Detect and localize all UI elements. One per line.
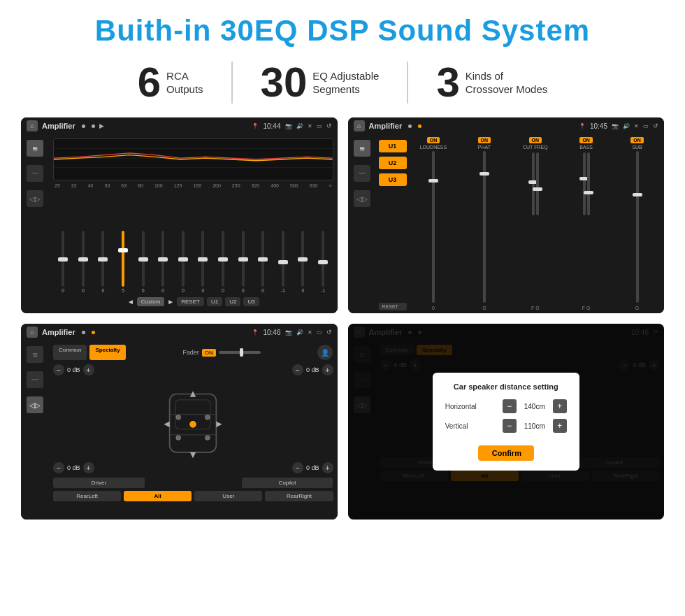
fader-h-track[interactable] <box>219 351 261 354</box>
eq-band-13[interactable]: 0 <box>296 231 309 293</box>
fader-bottom-buttons2: RearLeft All User RearRight <box>53 491 333 501</box>
fader-vol-plus-1[interactable]: + <box>83 364 94 375</box>
fader-vol-minus-2[interactable]: − <box>292 364 303 375</box>
fader-home-icon[interactable]: ⌂ <box>27 327 38 338</box>
fader-btn-driver[interactable]: Driver <box>53 478 145 488</box>
eq-band-1[interactable]: 0 <box>57 231 69 293</box>
eq-band-labels: 25 32 40 50 63 80 100 125 160 200 250 32… <box>53 183 333 188</box>
fader-sb-icon2[interactable]: 〰 <box>27 371 43 388</box>
fader-sb-icon1[interactable]: ≋ <box>27 346 43 363</box>
eq-u3-btn[interactable]: U3 <box>243 297 259 306</box>
vertical-plus-btn[interactable]: + <box>553 419 567 433</box>
cross-reset-btn[interactable]: RESET <box>379 303 407 310</box>
eq-band-2[interactable]: 0 <box>77 231 89 293</box>
eq-band-14[interactable]: -1 <box>317 231 329 293</box>
fader-tab-specialty[interactable]: Specialty <box>89 345 125 360</box>
eq-band-3[interactable]: 0 <box>96 231 109 293</box>
fader-person-icon[interactable]: 👤 <box>317 345 333 360</box>
fader-vol-plus-4[interactable]: + <box>322 462 333 473</box>
svg-point-7 <box>206 415 210 420</box>
cutfreq-slider-g[interactable] <box>536 152 539 215</box>
svg-marker-15 <box>164 422 170 427</box>
fader-sb-icon3[interactable]: ◁▷ <box>27 396 43 413</box>
fader-btn-rearright[interactable]: RearRight <box>265 491 333 501</box>
phat-slider[interactable] <box>483 151 486 303</box>
cross-left-panel: U1 U2 U3 RESET <box>379 137 407 310</box>
fader-bottom-buttons: Driver Copilot <box>53 478 333 488</box>
home-icon[interactable]: ⌂ <box>27 120 38 131</box>
fader-vol-icon <box>296 329 303 336</box>
eq-sidebar-icon1[interactable]: ≋ <box>27 140 43 157</box>
fader-vol-val-2: 0 dB <box>306 366 319 373</box>
back-icon[interactable] <box>326 122 332 129</box>
fader-on-badge[interactable]: ON <box>202 349 216 357</box>
bass-slider-f[interactable] <box>583 152 586 215</box>
horizontal-value: 140cm <box>521 403 549 410</box>
eq-band-8[interactable]: 0 <box>196 231 209 293</box>
fader-sidebar: ≋ 〰 ◁▷ <box>21 341 49 520</box>
eq-band-10[interactable]: 0 <box>237 231 250 293</box>
fader-vol-minus-4[interactable]: − <box>292 462 303 473</box>
phat-on[interactable]: ON <box>478 137 491 143</box>
volume-icon <box>296 122 303 129</box>
vertical-minus-btn[interactable]: − <box>503 419 517 433</box>
fader-status-bar: ⌂ Amplifier 10:46 <box>21 324 338 341</box>
fader-content: ≋ 〰 ◁▷ Common Specialty Fader ON <box>21 341 338 520</box>
eq-reset-btn[interactable]: RESET <box>177 297 204 306</box>
eq-band-4[interactable]: 5 <box>117 231 129 293</box>
cross-u3-btn[interactable]: U3 <box>379 173 407 186</box>
bass-slider-g[interactable] <box>587 152 590 215</box>
cutfreq-slider-f[interactable] <box>532 152 535 215</box>
fader-h-thumb[interactable] <box>240 348 243 357</box>
cross-home-icon[interactable]: ⌂ <box>354 120 365 131</box>
eq-next-btn[interactable]: ► <box>167 298 174 306</box>
confirm-button[interactable]: Confirm <box>478 445 534 461</box>
eq-band-9[interactable]: 0 <box>217 231 229 293</box>
eq-band-6[interactable]: 0 <box>157 231 169 293</box>
eq-prev-btn[interactable]: ◄ <box>127 298 134 306</box>
sub-on[interactable]: ON <box>630 137 644 143</box>
fader-vol-row: − 0 dB + − 0 dB + <box>53 364 333 375</box>
fader-vol-plus-2[interactable]: + <box>322 364 333 375</box>
bass-on[interactable]: ON <box>579 137 593 143</box>
cross-sidebar-icon1[interactable]: ≋ <box>354 140 370 157</box>
fader-car-diagram <box>53 378 333 462</box>
fader-btn-rearleft[interactable]: RearLeft <box>53 491 121 501</box>
eq-band-12[interactable]: -1 <box>277 231 289 293</box>
fader-vol-plus-3[interactable]: + <box>83 462 94 473</box>
cross-sidebar-icon3[interactable]: ◁▷ <box>354 190 370 207</box>
horizontal-label: Horizontal <box>445 403 487 410</box>
cutfreq-on[interactable]: ON <box>529 137 542 143</box>
fader-vol-minus-3[interactable]: − <box>53 462 64 473</box>
eq-sidebar-icon3[interactable]: ◁▷ <box>27 190 43 207</box>
close-icon <box>308 122 312 129</box>
eq-band-7[interactable]: 0 <box>177 231 189 293</box>
eq-band-11[interactable]: 0 <box>257 231 269 293</box>
cross-back-icon[interactable] <box>653 122 658 129</box>
cross-loc-icon <box>579 122 586 129</box>
horizontal-minus-btn[interactable]: − <box>503 399 517 413</box>
cross-u1-btn[interactable]: U1 <box>379 140 407 152</box>
fader-back-icon[interactable] <box>326 329 332 336</box>
fader-tab-common[interactable]: Common <box>53 345 87 360</box>
cross-u2-btn[interactable]: U2 <box>379 157 407 169</box>
vertical-value: 110cm <box>521 422 549 430</box>
eq-u1-btn[interactable]: U1 <box>207 297 222 306</box>
sub-slider[interactable] <box>636 151 639 303</box>
eq-custom-btn[interactable]: Custom <box>137 297 165 306</box>
fader-btn-copilot[interactable]: Copilot <box>242 478 333 488</box>
fader-h-sliders <box>219 351 261 354</box>
eq-sidebar: ≋ 〰 ◁▷ <box>21 134 49 313</box>
fader-btn-empty <box>147 478 239 488</box>
fader-btn-user[interactable]: User <box>194 491 262 501</box>
loudness-on[interactable]: ON <box>427 137 440 143</box>
eq-band-5[interactable]: 0 <box>137 231 150 293</box>
loudness-slider[interactable] <box>432 151 435 303</box>
fader-window-icon <box>317 329 322 336</box>
horizontal-plus-btn[interactable]: + <box>553 399 567 413</box>
cross-sidebar-icon2[interactable]: 〰 <box>354 165 370 182</box>
eq-u2-btn[interactable]: U2 <box>225 297 240 306</box>
fader-vol-minus-1[interactable]: − <box>53 364 64 375</box>
eq-sidebar-icon2[interactable]: 〰 <box>27 165 43 182</box>
fader-btn-all[interactable]: All <box>124 491 192 501</box>
